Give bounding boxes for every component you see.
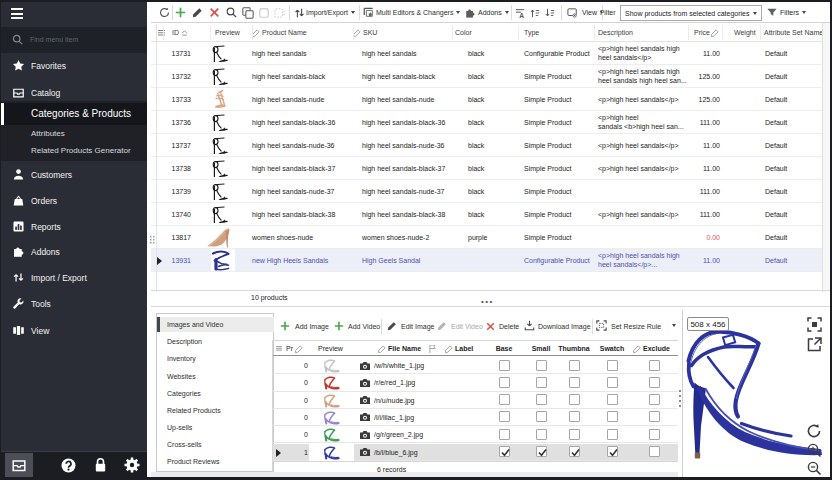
svg-text:A: A (519, 11, 524, 17)
